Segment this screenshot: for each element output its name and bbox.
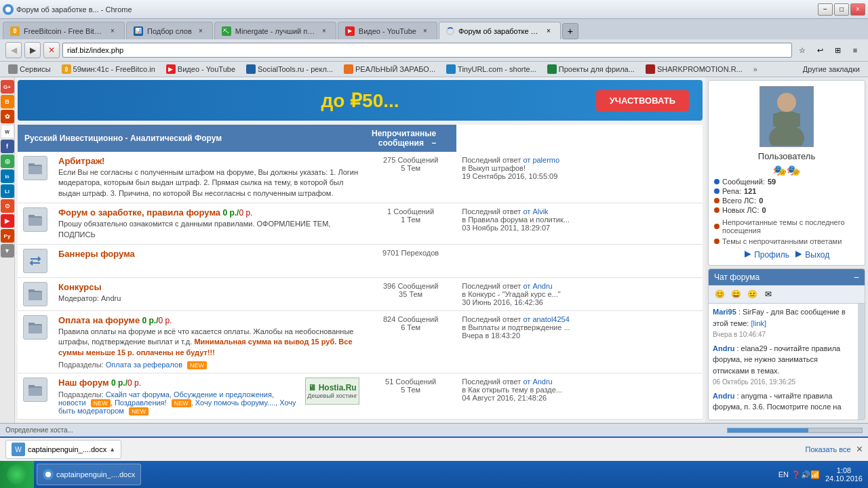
subforum-link[interactable]: Скайп чат форума xyxy=(106,390,170,399)
folder-icon xyxy=(23,282,47,306)
tab-youtube[interactable]: ▶ Видео - YouTube × xyxy=(338,22,437,39)
bookmark-label: 59мин:41с - FreeBitco.in xyxy=(73,65,155,73)
stat-value: 59 xyxy=(768,178,776,186)
reload-button[interactable]: ✕ xyxy=(43,42,60,58)
banner-amount: до ₽50... xyxy=(321,89,399,112)
chat-minimize-button[interactable]: − xyxy=(854,272,859,283)
tab-close-button[interactable]: × xyxy=(196,26,205,36)
forward-button[interactable]: ▶ xyxy=(24,42,41,58)
chat-smiley-button[interactable]: 😊 xyxy=(713,287,726,301)
forum-section-title[interactable]: Форум о заработке, правила форума 0 р./0… xyxy=(58,207,359,218)
table-row: Баннеры форума 9701 Переходов xyxy=(18,244,703,277)
start-button[interactable] xyxy=(0,461,34,488)
tab-freebitcoin[interactable]: ₿ FreeBitcoin - Free Bitco... × xyxy=(3,22,125,39)
forum-section-title[interactable]: Наш форум 0 р./0 р. xyxy=(58,378,300,388)
google-plus-button[interactable]: G+ xyxy=(1,80,14,94)
blogger-button[interactable]: B xyxy=(1,95,14,108)
last-reply-user[interactable]: от palermo xyxy=(523,156,559,164)
banner-cta-button[interactable]: УЧАСТВОВАТЬ xyxy=(596,90,689,111)
new-tab-button[interactable]: + xyxy=(562,23,578,39)
bookmark-icon xyxy=(8,64,18,74)
bookmark-socialtools[interactable]: SocialTools.ru - рекл... xyxy=(243,64,336,75)
subforum-link[interactable]: Хочу помочь форуму.... xyxy=(195,399,275,407)
extensions-button[interactable]: ↩ xyxy=(812,43,827,58)
chat-mail-button[interactable]: ✉ xyxy=(762,287,775,301)
last-reply-user[interactable]: от Alvik xyxy=(523,207,548,216)
other-bookmarks-button[interactable]: Другие закладки xyxy=(800,64,863,74)
bookmark-shark[interactable]: SHARKPROMOTION.R... xyxy=(643,64,745,75)
last-reply-user[interactable]: от anatol4254 xyxy=(523,315,569,323)
tab-close-button[interactable]: × xyxy=(544,26,553,36)
chat-msg-username[interactable]: Andru xyxy=(713,392,734,400)
chat-smiley2-button[interactable]: 😄 xyxy=(729,287,743,301)
tab-riaf-active[interactable]: Форум об заработке в... × xyxy=(439,22,561,39)
chat-smiley3-button[interactable]: 😐 xyxy=(745,287,759,301)
tab-close-button[interactable]: × xyxy=(319,26,329,36)
address-input[interactable] xyxy=(62,43,792,58)
chat-msg-username[interactable]: Mari95 xyxy=(713,308,736,316)
youtube-button[interactable]: ▶ xyxy=(1,214,14,228)
tab-close-button[interactable]: × xyxy=(420,26,430,36)
forum-section-title[interactable]: Арбитраж! xyxy=(58,156,359,166)
bookmark-youtube[interactable]: ▶ Видео - YouTube xyxy=(163,64,238,75)
minimize-window-button[interactable]: − xyxy=(818,3,833,16)
table-row: Конкурсы Модератор: Andru 396 Сообщений3… xyxy=(18,277,703,310)
bookmark-label: Сервисы xyxy=(20,65,51,73)
last-reply-date: 19 Сентябрь 2016, 10:55:09 xyxy=(462,172,557,180)
forum-icon-cell xyxy=(18,277,53,310)
bookmark-tinyurl[interactable]: TinyURL.com - shorte... xyxy=(443,64,539,75)
tab-podborlov[interactable]: 📊 Подбор слов × xyxy=(126,22,213,39)
linkedin-button[interactable]: in xyxy=(1,169,14,183)
more-social-button[interactable]: ▼ xyxy=(1,244,14,258)
facebook-button[interactable]: f xyxy=(1,140,14,153)
last-reply-label: Последний ответ xyxy=(462,282,523,290)
stat-dot xyxy=(714,188,719,194)
bookmark-realzarabotok[interactable]: РЕАЛЬНЫЙ ЗАРАБО... xyxy=(341,64,438,75)
cast-button[interactable]: ⊞ xyxy=(830,43,845,58)
download-item[interactable]: W captainpenguin_....docx ▲ xyxy=(5,440,121,459)
subforum-link[interactable]: Оплата за рефералов xyxy=(106,361,182,369)
linkedin2-button[interactable]: Li xyxy=(1,184,14,198)
menu-button[interactable]: ≡ xyxy=(848,43,863,58)
forum-minimize-button[interactable]: − xyxy=(431,138,436,148)
bookmarks-more-button[interactable]: » xyxy=(751,64,760,74)
close-downloads-bar-button[interactable]: × xyxy=(856,443,863,455)
bookmark-label: SocialTools.ru - рекл... xyxy=(258,65,333,73)
svg-rect-19 xyxy=(773,113,780,127)
chat-scrollbar[interactable] xyxy=(858,304,865,420)
download-filename: captainpenguin_....docx xyxy=(28,445,106,453)
unread-threads[interactable]: Темы с непрочитанными ответами xyxy=(714,237,859,246)
forum-section-title[interactable]: Баннеры форума xyxy=(58,249,359,259)
chat-msg-link[interactable]: [link] xyxy=(751,319,766,327)
forum-last-cell: Последний ответ от Andru в Как открыть т… xyxy=(456,373,703,420)
taskbar-chrome-item[interactable]: captainpenguin_....docx xyxy=(37,464,141,485)
bookmark-star-button[interactable]: ☆ xyxy=(795,43,810,58)
last-reply-user[interactable]: от Andru xyxy=(523,282,552,290)
show-all-downloads-button[interactable]: Показать все xyxy=(806,445,851,453)
close-window-button[interactable]: × xyxy=(850,3,865,16)
last-reply-user[interactable]: от Andru xyxy=(523,378,552,386)
logout-link[interactable]: ⯈ Выход xyxy=(795,250,829,260)
profile-link[interactable]: ⯈ Профиль xyxy=(744,250,789,260)
bookmark-services[interactable]: Сервисы xyxy=(5,64,54,75)
back-button[interactable]: ◀ xyxy=(5,42,22,58)
tab-minergate[interactable]: ⛏ Minergate - лучший пу... × xyxy=(214,22,336,39)
maximize-window-button[interactable]: □ xyxy=(834,3,849,16)
taskbar-items: captainpenguin_....docx xyxy=(34,464,778,485)
bookmark-proekty[interactable]: Проекты для фрила... xyxy=(545,64,637,75)
html-button[interactable]: ⊙ xyxy=(1,199,14,213)
chat-msg-username[interactable]: Andru xyxy=(713,344,734,352)
social3-button[interactable]: ✿ xyxy=(1,110,14,123)
forum-section-title[interactable]: Оплата на форуме 0 р./0 р. xyxy=(58,315,359,325)
windows-button[interactable]: W xyxy=(1,125,14,138)
unread-since[interactable]: Непрочитанные темы с последнего посещени… xyxy=(714,218,859,235)
forum-section-title[interactable]: Конкурсы xyxy=(58,282,359,292)
tab-close-button[interactable]: × xyxy=(108,26,117,36)
download-file-icon: W xyxy=(12,443,25,456)
forum-icon-cell xyxy=(18,152,53,203)
address-bar: ◀ ▶ ✕ ☆ ↩ ⊞ ≡ xyxy=(0,39,868,62)
py-button[interactable]: Py xyxy=(1,229,14,243)
subforum-link[interactable]: Поздравления! xyxy=(115,399,167,407)
google-button[interactable]: ◎ xyxy=(1,155,14,168)
bookmark-freebitcoin[interactable]: ₿ 59мин:41с - FreeBitco.in xyxy=(59,64,158,75)
